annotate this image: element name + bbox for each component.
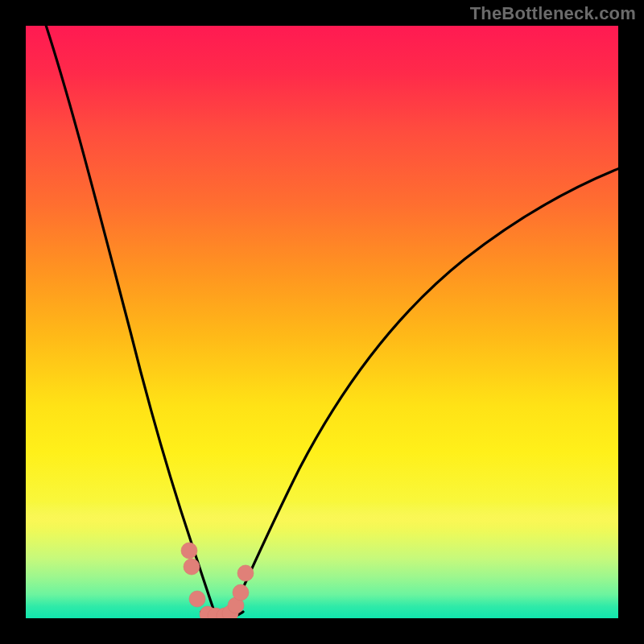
marker-dot	[184, 559, 200, 575]
marker-dot	[189, 591, 205, 607]
marker-dot	[181, 543, 197, 559]
chart-frame: TheBottleneck.com	[0, 0, 644, 644]
marker-dot	[233, 584, 249, 601]
marker-dot	[237, 565, 254, 581]
curve-layer	[26, 26, 618, 618]
plot-area	[26, 26, 618, 618]
right-branch-curve	[231, 167, 618, 613]
left-branch-curve	[43, 26, 215, 613]
valley-marker-group	[181, 543, 254, 618]
watermark-text: TheBottleneck.com	[470, 3, 636, 24]
